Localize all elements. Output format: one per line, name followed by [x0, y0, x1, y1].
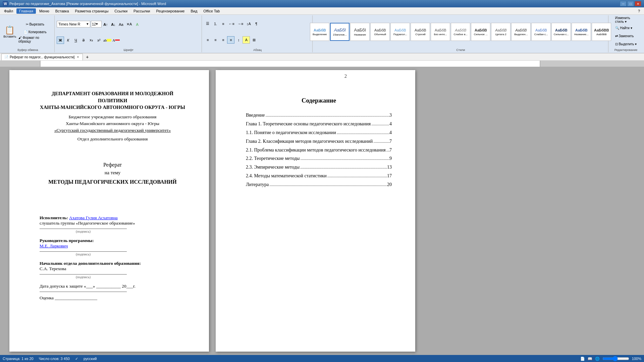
align-right-button[interactable]: ≡: [219, 36, 227, 44]
institution-line2: Ханты-Мансийского автономного округа - Ю…: [40, 120, 185, 127]
view-reading-icon[interactable]: 📖: [588, 357, 592, 361]
borders-button[interactable]: ⊞: [250, 36, 258, 44]
style-btn-videlenie[interactable]: АаБбВ Выделение: [310, 23, 329, 41]
head-label: Начальник отдела дополнительного образов…: [40, 261, 185, 266]
spell-check-icon[interactable]: ✓: [75, 357, 78, 361]
bullets-button[interactable]: ☰: [204, 20, 211, 27]
minimize-button[interactable]: ─: [620, 1, 627, 6]
style-btn-slabaya-s[interactable]: АаБбВ Слабая с...: [531, 23, 551, 41]
document-area: ДЕПАРТАМЕНТ ОБРАЗОВАНИЯ И МОЛОДЕЖНОЙ ПОЛ…: [0, 67, 644, 355]
view-web-icon[interactable]: 🌐: [595, 357, 600, 361]
numbering-button[interactable]: 1.: [212, 20, 219, 27]
bold-button[interactable]: Ж: [57, 37, 64, 44]
decrease-indent-button[interactable]: ←≡: [227, 20, 235, 27]
author-group: слушатель группы «Педагогическое образов…: [40, 221, 185, 226]
find-button[interactable]: 🔍 Найти ▾: [614, 24, 634, 32]
menu-mailings[interactable]: Рассылки: [131, 8, 153, 14]
style-btn-tsitata2[interactable]: АаБбВ Цитата 2: [491, 23, 511, 41]
paragraph-group: ☰ 1. ≡ ←≡ →≡ ↕A ¶ ≡ ≡ ≡ ≡ ↕ A ⊞: [203, 15, 312, 52]
menu-page-layout[interactable]: Разметка страницы: [72, 8, 111, 14]
page-1: ДЕПАРТАМЕНТ ОБРАЗОВАНИЯ И МОЛОДЕЖНОЙ ПОЛ…: [9, 70, 209, 352]
copy-button[interactable]: 📄 Копировать: [17, 28, 53, 36]
date-row: Дата допуска к защите «___» ___________ …: [40, 284, 185, 289]
multilevel-list-button[interactable]: ≡: [219, 20, 227, 27]
menu-view[interactable]: Вид: [188, 8, 200, 14]
highlight-color-button[interactable]: ab: [103, 37, 112, 43]
menu-references[interactable]: Ссылки: [112, 8, 130, 14]
underline-button[interactable]: Ч: [72, 37, 79, 44]
italic-button[interactable]: К: [64, 37, 72, 44]
shading-button[interactable]: A: [243, 36, 250, 44]
signature-line3: [40, 274, 127, 275]
head-name: С.А. Терехова: [40, 266, 185, 272]
menu-home[interactable]: Главная: [16, 8, 36, 14]
font-size-dropdown-icon[interactable]: ▾: [96, 22, 98, 26]
close-button[interactable]: ✕: [635, 1, 641, 6]
menu-office-tab[interactable]: Office Tab: [201, 8, 222, 14]
toc-item-text: 2.1. Проблема классификации методов педа…: [246, 146, 386, 155]
cut-button[interactable]: ✂ Вырезать: [17, 20, 53, 28]
view-normal-icon[interactable]: 📄: [580, 357, 585, 361]
grade-line: [40, 292, 127, 292]
sort-button[interactable]: ↕A: [245, 20, 252, 27]
paragraph-row2: ≡ ≡ ≡ ≡ ↕ A ⊞: [204, 36, 258, 44]
font-dropdown-icon[interactable]: ▾: [87, 22, 89, 26]
line-spacing-button[interactable]: ↕: [235, 36, 242, 44]
style-btn-silnoe[interactable]: АаБбВ Сильное ...: [471, 23, 490, 41]
new-tab-button[interactable]: +: [84, 53, 91, 61]
format-painter-button[interactable]: 🖌 Формат по образцу: [17, 36, 53, 43]
font-color-button[interactable]: A: [112, 37, 120, 43]
align-left-button[interactable]: ≡: [204, 36, 211, 44]
toc-dots: ........................................…: [373, 137, 389, 146]
style-btn-nazvanie[interactable]: АаБбI Название: [350, 23, 370, 41]
author-block: Исполнитель: Ахатова Гулия Асхатовна слу…: [40, 215, 185, 301]
dept-line1: ДЕПАРТАМЕНТ ОБРАЗОВАНИЯ И МОЛОДЕЖНОЙ ПОЛ…: [40, 90, 185, 111]
maximize-button[interactable]: □: [627, 1, 634, 6]
signature-line2: [40, 251, 127, 252]
ruler: [0, 61, 644, 67]
menu-menu[interactable]: Меню: [37, 8, 52, 14]
align-center-button[interactable]: ≡: [212, 36, 219, 44]
style-btn-silnaya-s[interactable]: АаБбВ Сильная с...: [551, 23, 571, 41]
style-btn-bez-inte[interactable]: АаБбВ Без инте...: [431, 23, 450, 41]
style-btn-strogiy[interactable]: АаБбВ Строгий: [411, 23, 430, 41]
increase-indent-button[interactable]: →≡: [236, 20, 245, 27]
superscript-button[interactable]: x²: [95, 37, 103, 44]
increase-font-button[interactable]: A↑: [102, 21, 109, 28]
title-bar-controls[interactable]: ─ □ ✕: [620, 1, 641, 6]
paste-button[interactable]: 📋 Вставить: [3, 23, 17, 41]
word-icon: W: [3, 1, 8, 6]
menu-file[interactable]: Файл: [1, 8, 16, 14]
justify-button[interactable]: ≡: [227, 36, 234, 44]
help-button[interactable]: ?: [635, 8, 643, 14]
language[interactable]: русский: [84, 357, 97, 361]
style-btn-podzagolovok[interactable]: АаБбВ Подзагол...: [390, 23, 410, 41]
style-btn-slaboe[interactable]: АаБбВ Слабое в...: [451, 23, 470, 41]
font-name-box[interactable]: Times New R ▾: [57, 21, 90, 27]
style-btn-nazvanie2[interactable]: АаБбВ Название...: [572, 23, 591, 41]
menu-insert[interactable]: Вставка: [53, 8, 72, 14]
clipboard-buttons: 📋 Вставить ✂ Вырезать 📄 Копировать 🖌 Фор…: [3, 20, 53, 43]
strikethrough-button[interactable]: З: [80, 37, 87, 44]
subscript-button[interactable]: x₂: [88, 37, 95, 44]
change-style-button[interactable]: Изменитьстиль ▾: [614, 16, 632, 23]
font-size-box[interactable]: 12 ▾: [91, 21, 102, 27]
document-tab[interactable]: 📄 Реферат по педагог... функциональности…: [1, 54, 83, 60]
doc-tab-close[interactable]: ×: [76, 55, 80, 59]
select-button[interactable]: ⊡ Выделить ▾: [614, 40, 638, 48]
text-effects-button[interactable]: A: [133, 21, 141, 28]
font-group-content: Times New R ▾ 12 ▾ A↑ A↓ Aa ✕A A Ж: [57, 16, 201, 48]
change-case-button[interactable]: Aa: [117, 21, 125, 28]
clear-format-button[interactable]: ✕A: [125, 21, 133, 28]
style-btn-vydelenie2[interactable]: АаБбВ Выделен...: [511, 23, 531, 41]
menu-review[interactable]: Рецензирование: [153, 8, 187, 14]
replace-button[interactable]: ⇄ Заменить: [614, 32, 635, 40]
decrease-font-button[interactable]: A↓: [110, 21, 117, 28]
zoom-slider[interactable]: [602, 356, 629, 361]
style-btn-zagolovok2[interactable]: АаБбI 2Заголов...: [330, 23, 350, 41]
style-btn-obychny[interactable]: АаБбВ Обычный: [370, 23, 390, 41]
style-btn-aabbvv[interactable]: АаБбВВ АаБбВВ: [592, 23, 611, 41]
show-marks-button[interactable]: ¶: [253, 20, 260, 27]
toc-dots: ........................................…: [265, 111, 389, 120]
head-block: Начальник отдела дополнительного образов…: [40, 261, 185, 272]
